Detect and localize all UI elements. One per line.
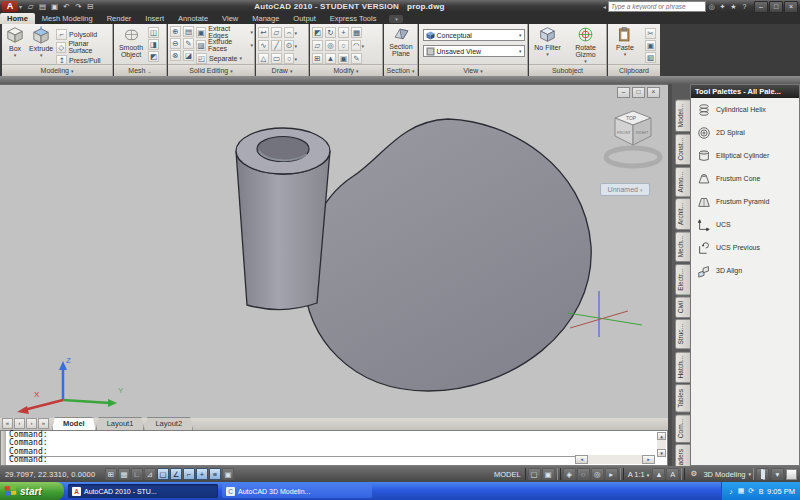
section-plane-button[interactable]: Section Plane (386, 26, 416, 57)
drawing-minimize-button[interactable]: – (617, 87, 630, 98)
quick-view-drawings-icon[interactable]: ▣ (542, 468, 555, 480)
match-properties-icon[interactable]: ▧ (645, 52, 656, 63)
copy-icon[interactable]: ▣ (645, 40, 656, 51)
plot-icon[interactable]: ⊟ (85, 2, 96, 12)
panel-label-section[interactable]: Section ▾ ⌄ (384, 64, 417, 76)
array-icon[interactable]: ▦ (351, 27, 362, 38)
updates-icon[interactable]: ⟳ (747, 487, 755, 495)
palette-item-3d-align[interactable]: 3D Align (691, 259, 799, 282)
scroll-track[interactable] (657, 440, 666, 449)
last-layout-icon[interactable]: » (38, 418, 49, 429)
polar-toggle[interactable]: ⊿ (144, 468, 156, 480)
tab-layout1[interactable]: Layout1 (96, 417, 145, 430)
status-overflow-icon[interactable]: ▾ (771, 468, 784, 480)
infocenter-search-input[interactable] (608, 1, 706, 12)
palette-tab-command[interactable]: Com... (675, 414, 690, 443)
taskbar-item-autocad[interactable]: A AutoCAD 2010 - STU... (68, 484, 218, 498)
offset-icon[interactable]: ◎ (325, 40, 336, 51)
palette-tab-structural[interactable]: Struc... (675, 319, 690, 350)
infocenter-collapse-icon[interactable]: ◂ (603, 3, 606, 10)
panel-label-solid-editing[interactable]: Solid Editing ▾ (168, 64, 254, 76)
scroll-left-icon[interactable]: ◀ (575, 455, 588, 464)
line-icon[interactable]: ╱ (271, 40, 282, 51)
workspace-switcher[interactable]: ⚙ 3D Modeling ▾ (684, 468, 754, 480)
palette-tab-civil[interactable]: Civil (675, 296, 690, 318)
network-icon[interactable]: ▦ (737, 487, 745, 495)
cut-icon[interactable]: ✂ (645, 28, 656, 39)
autocad-logo-icon[interactable]: A (2, 1, 18, 12)
panel-label-mesh[interactable]: Mesh ⌄ (114, 64, 166, 76)
tab-mesh-modeling[interactable]: Mesh Modeling (35, 13, 100, 24)
erase-icon[interactable]: ◩ (312, 27, 323, 38)
tab-output[interactable]: Output (286, 13, 323, 24)
mesh-uncrease-icon[interactable]: ◩ (148, 51, 159, 62)
palette-tab-electrical[interactable]: Electr... (675, 264, 690, 296)
panel-label-view[interactable]: View ▾ (419, 64, 527, 76)
close-button[interactable]: × (784, 1, 798, 13)
ducs-toggle[interactable]: ⌐ (183, 468, 195, 480)
palette-item-frustum-cone[interactable]: Frustum Cone (691, 167, 799, 190)
taskbar-item-3d-modeling[interactable]: C AutoCAD 3D Modelin... (222, 484, 372, 498)
visual-style-dropdown[interactable]: Conceptual ▾ (423, 29, 525, 41)
rotate-gizmo-button[interactable]: Rotate Gizmo ▾ (567, 26, 605, 65)
thicken-icon[interactable]: ✎ (183, 38, 194, 49)
tab-view[interactable]: View (215, 13, 245, 24)
palette-tab-architectural[interactable]: Archit... (675, 198, 690, 230)
planar-surface-button[interactable]: ◇ Planar Surface (56, 41, 111, 53)
paste-button[interactable]: Paste ▾ (613, 26, 637, 58)
tab-express-tools[interactable]: Express Tools (323, 13, 384, 24)
panel-label-modeling[interactable]: Modeling ▾ (2, 64, 112, 76)
explode-icon[interactable]: ⊞ (312, 53, 323, 64)
drawing-restore-button[interactable]: □ (632, 87, 645, 98)
box-button[interactable]: Box ▾ (4, 26, 26, 59)
lock-icon[interactable] (756, 468, 769, 480)
trim-icon[interactable]: ▣ (338, 53, 349, 64)
ortho-toggle[interactable]: ∟ (131, 468, 143, 480)
panel-label-draw[interactable]: Draw ▾ (256, 64, 308, 76)
move-icon[interactable]: + (338, 27, 349, 38)
menu-browser-arrow-icon[interactable]: ▾ (19, 3, 22, 10)
stretch-icon[interactable]: ▱ (312, 40, 323, 51)
tab-render[interactable]: Render (100, 13, 139, 24)
no-filter-button[interactable]: No Filter ▾ (532, 26, 564, 58)
palette-item-cylindrical-helix[interactable]: Cylindrical Helix (691, 98, 799, 121)
ellipse-icon[interactable]: ○ (284, 53, 294, 64)
next-layout-icon[interactable]: › (26, 418, 37, 429)
annotation-scale-button[interactable]: A 1:1 ▾ (626, 470, 652, 479)
annotation-visibility-icon[interactable]: ▲ (652, 468, 665, 480)
tab-layout2[interactable]: Layout2 (144, 417, 193, 430)
polygon-icon[interactable]: △ (258, 53, 269, 64)
intersect-icon[interactable]: ⊗ (170, 50, 181, 61)
zoom-icon[interactable]: ◌ (577, 468, 590, 480)
spline-icon[interactable]: ∿ (258, 40, 269, 51)
region-icon[interactable]: ▱ (271, 27, 282, 38)
circle-icon[interactable]: ⊙ (284, 40, 294, 51)
mesh-crease-icon[interactable]: ◨ (148, 39, 159, 50)
palette-item-2d-spiral[interactable]: 2D Spiral (691, 121, 799, 144)
palette-tab-construction[interactable]: Const... (675, 133, 690, 165)
palette-item-frustum-pyramid[interactable]: Frustum Pyramid (691, 190, 799, 213)
palette-tab-annotation[interactable]: Anno... (675, 167, 690, 198)
showmotion-icon[interactable]: ▸ (605, 468, 618, 480)
polyline-icon[interactable]: ↩ (258, 27, 269, 38)
annotation-autoscale-icon[interactable]: A (666, 468, 679, 480)
minimize-button[interactable]: – (754, 1, 768, 13)
command-horizontal-scrollbar[interactable]: ◀ ▶ (575, 455, 655, 464)
qp-toggle[interactable]: ▣ (222, 468, 234, 480)
prev-layout-icon[interactable]: ‹ (14, 418, 25, 429)
steering-wheel-icon[interactable]: ◎ (591, 468, 604, 480)
palette-tab-hatches[interactable]: Hatch... (675, 351, 690, 383)
snap-toggle[interactable]: ⊞ (105, 468, 117, 480)
tab-home[interactable]: Home (0, 13, 35, 24)
arc-icon[interactable]: ⌢ (284, 27, 294, 38)
palette-item-ucs[interactable]: UCS (691, 213, 799, 236)
clock[interactable]: 9:05 PM (767, 487, 795, 496)
smooth-object-button[interactable]: Smooth Object (116, 26, 146, 58)
palette-tab-modeling[interactable]: Model... (675, 99, 690, 132)
palette-tab-mechanical[interactable]: Mech... (675, 231, 690, 262)
communication-center-icon[interactable]: ✦ (717, 2, 728, 12)
search-icon[interactable]: ◎ (706, 2, 717, 12)
slice-icon[interactable]: ▤ (183, 26, 194, 37)
scroll-right-icon[interactable]: ▶ (642, 455, 655, 464)
new-icon[interactable]: ▱ (25, 2, 36, 12)
